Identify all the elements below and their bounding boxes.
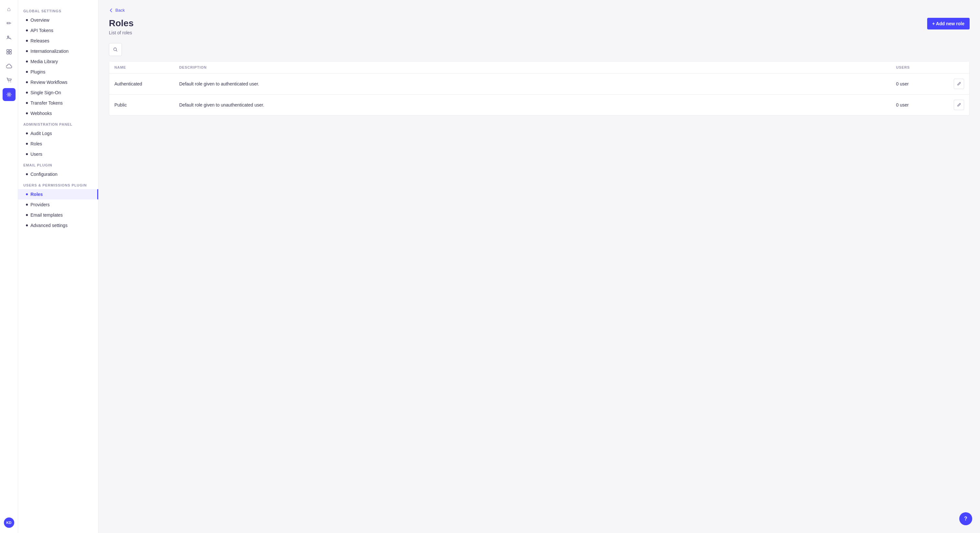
- sidebar-item-sso[interactable]: Single Sign-On: [18, 87, 98, 98]
- sidebar-item-internationalization[interactable]: Internationalization: [18, 46, 98, 56]
- email-plugin-label: EMAIL PLUGIN: [18, 159, 98, 169]
- table-header: NAME DESCRIPTION USERS: [109, 62, 969, 73]
- bullet-icon: [26, 92, 28, 94]
- global-settings-section: GLOBAL SETTINGS Overview API Tokens Rele…: [18, 5, 98, 119]
- table-row: Authenticated Default role given to auth…: [109, 73, 969, 95]
- bullet-icon: [26, 214, 28, 216]
- back-link[interactable]: Back: [109, 8, 970, 13]
- back-arrow-icon: [109, 8, 113, 13]
- bullet-icon: [26, 194, 28, 195]
- sidebar: GLOBAL SETTINGS Overview API Tokens Rele…: [18, 0, 99, 533]
- administration-panel-section: ADMINISTRATION PANEL Audit Logs Roles Us…: [18, 119, 98, 159]
- icon-rail-bottom: KD: [4, 517, 14, 530]
- roles-table: NAME DESCRIPTION USERS Authenticated Def…: [109, 61, 970, 116]
- sidebar-item-roles-active[interactable]: Roles: [18, 189, 98, 200]
- sidebar-item-overview[interactable]: Overview: [18, 15, 98, 25]
- user-avatar[interactable]: KD: [4, 517, 14, 528]
- sidebar-item-review-workflows[interactable]: Review Workflows: [18, 77, 98, 87]
- svg-point-7: [8, 94, 10, 95]
- main-content: Back Roles List of roles + Add new role …: [99, 0, 980, 533]
- row-actions: [945, 100, 964, 110]
- media-nav-icon[interactable]: [3, 31, 16, 44]
- svg-point-0: [8, 36, 9, 37]
- sidebar-item-advanced-settings[interactable]: Advanced settings: [18, 220, 98, 230]
- help-button[interactable]: ?: [959, 512, 972, 525]
- builder-nav-icon[interactable]: [3, 45, 16, 58]
- settings-nav-icon[interactable]: [3, 88, 16, 101]
- sidebar-item-audit-logs[interactable]: Audit Logs: [18, 128, 98, 139]
- title-group: Roles List of roles: [109, 18, 134, 35]
- bullet-icon: [26, 81, 28, 83]
- users-permissions-section: USERS & PERMISSIONS PLUGIN Roles Provide…: [18, 179, 98, 230]
- icon-rail: ⌂ ✏ KD: [0, 0, 18, 533]
- sidebar-item-email-templates[interactable]: Email templates: [18, 210, 98, 220]
- svg-rect-2: [10, 49, 11, 51]
- cart-nav-icon[interactable]: [3, 74, 16, 87]
- role-description: Default role given to unauthenticated us…: [179, 102, 896, 108]
- svg-rect-4: [10, 52, 11, 54]
- bullet-icon: [26, 143, 28, 145]
- cloud-nav-icon[interactable]: [3, 60, 16, 73]
- sidebar-item-releases[interactable]: Releases: [18, 36, 98, 46]
- bullet-icon: [26, 102, 28, 104]
- svg-point-5: [8, 82, 9, 82]
- svg-rect-3: [7, 52, 9, 54]
- users-permissions-label: USERS & PERMISSIONS PLUGIN: [18, 179, 98, 189]
- bullet-icon: [26, 132, 28, 134]
- sidebar-item-webhooks[interactable]: Webhooks: [18, 108, 98, 119]
- sidebar-item-providers[interactable]: Providers: [18, 200, 98, 210]
- home-nav-icon[interactable]: ⌂: [3, 3, 16, 16]
- bullet-icon: [26, 224, 28, 226]
- bullet-icon: [26, 40, 28, 42]
- page-subtitle: List of roles: [109, 30, 134, 35]
- search-box[interactable]: [109, 43, 122, 56]
- col-description: DESCRIPTION: [179, 65, 896, 69]
- role-name: Public: [115, 102, 179, 108]
- col-name: NAME: [115, 65, 179, 69]
- page-header: Roles List of roles + Add new role: [109, 18, 970, 35]
- svg-point-6: [10, 82, 11, 82]
- sidebar-item-transfer-tokens[interactable]: Transfer Tokens: [18, 98, 98, 108]
- sidebar-item-media-library[interactable]: Media Library: [18, 56, 98, 67]
- sidebar-item-roles-admin[interactable]: Roles: [18, 139, 98, 149]
- add-new-role-button[interactable]: + Add new role: [927, 18, 970, 30]
- search-icon: [113, 47, 118, 52]
- role-users: 0 user: [896, 102, 945, 108]
- sidebar-item-plugins[interactable]: Plugins: [18, 67, 98, 77]
- col-actions: [945, 65, 964, 69]
- table-row: Public Default role given to unauthentic…: [109, 95, 969, 115]
- edit-role-button[interactable]: [954, 100, 964, 110]
- page-title: Roles: [109, 18, 134, 29]
- bullet-icon: [26, 19, 28, 21]
- email-plugin-section: EMAIL PLUGIN Configuration: [18, 159, 98, 179]
- pencil-icon: [957, 103, 961, 107]
- bullet-icon: [26, 60, 28, 62]
- pencil-icon: [957, 82, 961, 86]
- bullet-icon: [26, 153, 28, 155]
- bullet-icon: [26, 71, 28, 73]
- role-users: 0 user: [896, 81, 945, 86]
- col-users: USERS: [896, 65, 945, 69]
- content-nav-icon[interactable]: ✏: [3, 17, 16, 30]
- role-description: Default role given to authenticated user…: [179, 81, 896, 86]
- bullet-icon: [26, 50, 28, 52]
- edit-role-button[interactable]: [954, 79, 964, 89]
- bullet-icon: [26, 204, 28, 206]
- bullet-icon: [26, 173, 28, 175]
- svg-rect-1: [7, 49, 9, 51]
- row-actions: [945, 79, 964, 89]
- sidebar-item-users[interactable]: Users: [18, 149, 98, 159]
- bullet-icon: [26, 113, 28, 114]
- admin-panel-label: ADMINISTRATION PANEL: [18, 119, 98, 128]
- bullet-icon: [26, 30, 28, 32]
- sidebar-item-configuration[interactable]: Configuration: [18, 169, 98, 179]
- role-name: Authenticated: [115, 81, 179, 86]
- global-settings-label: GLOBAL SETTINGS: [18, 5, 98, 15]
- sidebar-item-api-tokens[interactable]: API Tokens: [18, 25, 98, 36]
